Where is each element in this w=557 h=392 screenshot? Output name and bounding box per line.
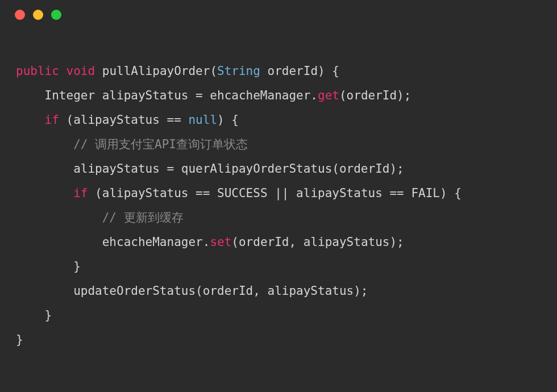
- maximize-icon[interactable]: [51, 10, 61, 20]
- code-text: ehcacheManager.: [16, 235, 210, 249]
- code-text: Integer alipayStatus = ehcacheManager.: [16, 89, 318, 102]
- code-text: }: [16, 308, 52, 322]
- minimize-icon[interactable]: [33, 10, 43, 20]
- comment: // 更新到缓存: [102, 211, 184, 224]
- keyword-if: if: [73, 186, 88, 200]
- code-text: updateOrderStatus(orderId, alipayStatus)…: [16, 284, 368, 298]
- close-icon[interactable]: [15, 10, 25, 20]
- keyword-null: null: [188, 113, 217, 127]
- code-text: [16, 211, 102, 224]
- code-block: public void pullAlipayOrder(String order…: [0, 30, 557, 392]
- code-text: (orderId);: [339, 89, 411, 102]
- code-text: (alipayStatus ==: [59, 113, 189, 127]
- type-string: String: [217, 64, 260, 78]
- method-set: set: [210, 235, 231, 249]
- code-text: alipayStatus = querAlipayOrderStatus(ord…: [16, 162, 404, 176]
- code-text: (alipayStatus == SUCCESS || alipayStatus…: [88, 186, 461, 200]
- method-get: get: [318, 89, 339, 102]
- keyword-if: if: [45, 113, 59, 127]
- code-text: [16, 137, 73, 151]
- code-text: ) {: [217, 113, 239, 127]
- code-text: [16, 113, 45, 127]
- code-text: }: [16, 333, 23, 347]
- code-text: [16, 186, 73, 200]
- keyword-void: void: [66, 64, 95, 78]
- code-text: orderId) {: [260, 64, 339, 78]
- code-text: (orderId, alipayStatus);: [231, 235, 404, 249]
- code-text: pullAlipayOrder(: [95, 64, 217, 78]
- code-window: public void pullAlipayOrder(String order…: [0, 0, 557, 392]
- window-titlebar: [0, 0, 557, 30]
- comment: // 调用支付宝API查询订单状态: [73, 137, 248, 151]
- code-text: }: [16, 260, 81, 273]
- keyword-public: public: [16, 64, 59, 78]
